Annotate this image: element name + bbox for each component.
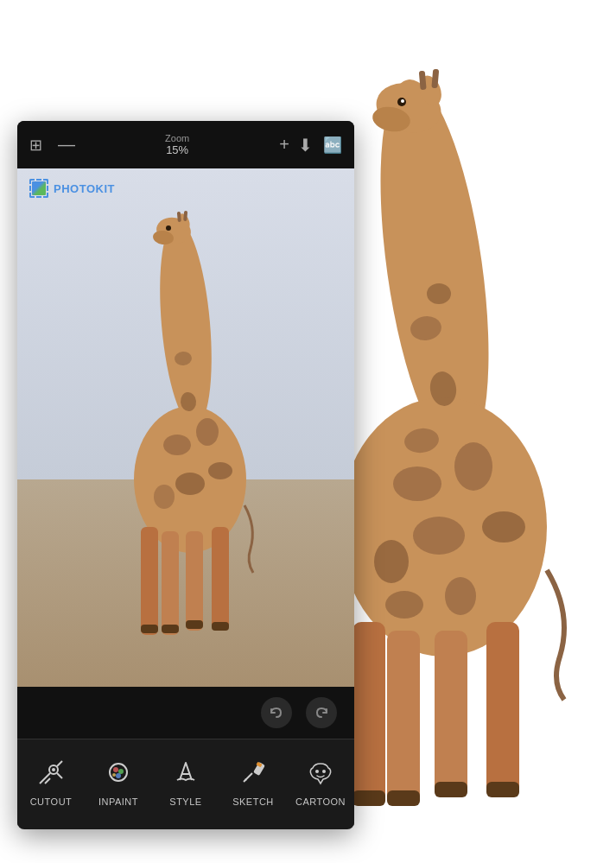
app-container: ⊞ — Zoom 15% + ⬇ 🔤 PHOTOKIT (17, 121, 354, 829)
cutout-icon (38, 759, 64, 791)
svg-point-17 (393, 466, 441, 501)
svg-rect-43 (212, 622, 229, 631)
bottom-tabs: CUTOUT INPAINT (17, 739, 354, 826)
svg-point-44 (163, 435, 191, 455)
tab-inpaint[interactable]: INPAINT (92, 759, 144, 807)
svg-rect-40 (162, 625, 179, 633)
tab-sketch-label: SKETCH (232, 796, 274, 807)
tab-cutout-label: CUTOUT (30, 796, 73, 807)
zoom-control: Zoom 15% (84, 133, 270, 156)
svg-point-22 (445, 577, 476, 615)
svg-rect-42 (141, 625, 158, 633)
tab-inpaint-label: INPAINT (98, 796, 138, 807)
svg-point-20 (374, 540, 409, 583)
svg-rect-12 (486, 622, 519, 795)
zoom-plus-button[interactable]: + (279, 135, 289, 155)
svg-rect-13 (387, 790, 420, 806)
svg-point-27 (427, 283, 451, 304)
tab-cutout[interactable]: CUTOUT (25, 759, 77, 807)
canvas-giraffe (91, 186, 281, 669)
svg-point-47 (154, 485, 175, 509)
svg-point-61 (112, 773, 116, 777)
zoom-value: 15% (166, 143, 188, 156)
svg-point-68 (322, 770, 326, 773)
svg-point-19 (413, 517, 465, 555)
zoom-minus-button[interactable]: — (58, 135, 75, 155)
svg-rect-14 (435, 782, 467, 797)
svg-point-59 (118, 769, 124, 774)
svg-rect-10 (435, 631, 467, 795)
bottom-controls (17, 687, 354, 739)
tab-cartoon[interactable]: CARTOON (295, 759, 346, 807)
photokit-name: PHOTOKIT (54, 182, 115, 195)
zoom-label: Zoom (165, 133, 189, 143)
svg-point-46 (175, 473, 205, 495)
svg-point-8 (401, 99, 404, 103)
canvas-area: PHOTOKIT (17, 168, 354, 687)
svg-rect-9 (387, 631, 420, 803)
svg-rect-16 (486, 782, 519, 797)
svg-line-52 (45, 778, 50, 784)
inpaint-icon (105, 759, 131, 791)
svg-point-35 (166, 225, 171, 231)
svg-point-23 (385, 591, 423, 619)
tab-style-label: STYLE (169, 796, 201, 807)
svg-point-54 (52, 768, 55, 771)
svg-rect-15 (352, 790, 385, 806)
tab-sketch[interactable]: SKETCH (227, 759, 279, 807)
svg-rect-11 (352, 622, 385, 803)
svg-line-55 (57, 761, 62, 766)
svg-point-67 (315, 770, 319, 773)
photokit-logo-icon (29, 179, 48, 198)
svg-point-58 (113, 767, 118, 772)
sketch-icon (240, 759, 266, 791)
svg-point-18 (454, 442, 492, 491)
undo-button[interactable] (261, 697, 292, 728)
toolbar: ⊞ — Zoom 15% + ⬇ 🔤 (17, 121, 354, 168)
svg-rect-39 (212, 527, 229, 629)
translate-icon[interactable]: 🔤 (323, 136, 342, 155)
svg-rect-37 (186, 531, 203, 631)
svg-rect-38 (141, 527, 158, 635)
tab-style[interactable]: STYLE (160, 759, 212, 807)
svg-line-51 (40, 773, 50, 784)
style-icon (173, 759, 199, 791)
svg-point-45 (196, 418, 219, 446)
cartoon-icon (308, 759, 333, 791)
svg-rect-41 (186, 620, 203, 629)
svg-point-48 (208, 462, 232, 479)
layers-icon[interactable]: ⊞ (29, 136, 42, 155)
toolbar-right-icons: ⬇ 🔤 (298, 135, 342, 155)
redo-button[interactable] (306, 697, 337, 728)
svg-rect-36 (162, 531, 179, 635)
svg-point-60 (116, 773, 121, 778)
svg-point-21 (482, 511, 525, 543)
tab-cartoon-label: CARTOON (295, 796, 346, 807)
download-icon[interactable]: ⬇ (298, 135, 313, 155)
photokit-logo: PHOTOKIT (29, 179, 115, 198)
svg-line-56 (57, 773, 62, 778)
